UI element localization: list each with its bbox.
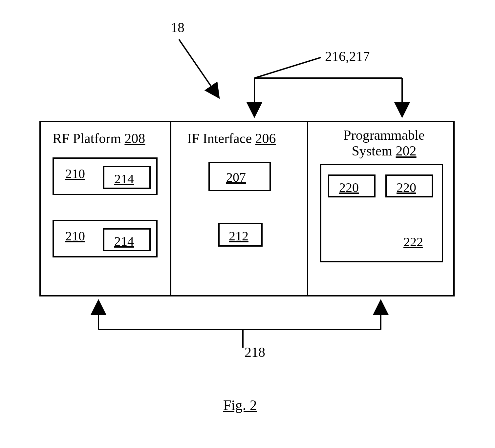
diagram-stage: 18 216,217 RF Platform 208 210 214 210 — [0, 0, 495, 448]
bracket-218 — [0, 0, 495, 448]
figure-caption: Fig. 2 — [223, 397, 257, 414]
ref-218: 218 — [245, 344, 265, 360]
